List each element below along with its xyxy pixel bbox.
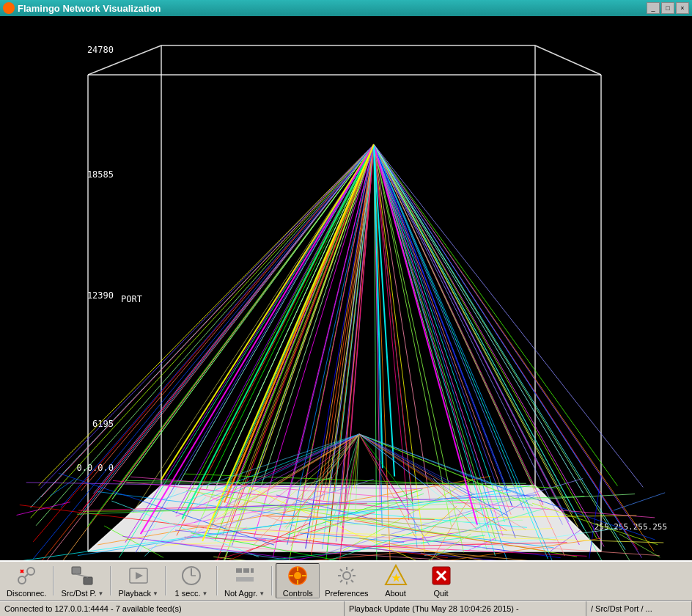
toolbar-disconnect[interactable]: Disconnec. xyxy=(3,563,50,598)
status-left: Connected to 127.0.0.1:4444 - 7 availabl… xyxy=(0,601,345,616)
svg-line-7 xyxy=(76,574,88,577)
controls-label: Controls xyxy=(283,589,313,598)
visualization-area xyxy=(0,16,692,560)
status-bar: Connected to 127.0.0.1:4444 - 7 availabl… xyxy=(0,601,692,616)
status-middle: Playback Update (Thu May 28 10:04:26 201… xyxy=(345,601,586,616)
playback-icon xyxy=(127,564,150,587)
toolbar-quit[interactable]: Quit xyxy=(419,563,463,598)
toolbar-playback[interactable]: Playback ▼ xyxy=(114,563,162,598)
toolbar-about[interactable]: ★ About xyxy=(374,563,418,598)
toolbar-preferences[interactable]: Preferences xyxy=(321,563,372,598)
svg-line-29 xyxy=(351,580,353,582)
toolbar-src-dst-port[interactable]: Src/Dst P. ▼ xyxy=(57,563,107,598)
svg-rect-5 xyxy=(72,567,81,574)
svg-rect-16 xyxy=(236,577,254,582)
svg-point-0 xyxy=(18,576,26,584)
quit-icon xyxy=(430,564,453,587)
src-dst-icon xyxy=(70,564,94,587)
svg-text:★: ★ xyxy=(391,572,400,584)
svg-line-28 xyxy=(340,569,342,571)
src-dst-label: Src/Dst P. xyxy=(61,589,96,598)
disconnect-icon xyxy=(15,564,38,587)
controls-icon xyxy=(286,564,309,587)
svg-point-23 xyxy=(343,572,350,579)
about-label: About xyxy=(385,589,406,598)
svg-rect-14 xyxy=(243,568,249,573)
svg-line-30 xyxy=(351,569,353,571)
1sec-label: 1 secc. xyxy=(175,589,201,598)
toolbar-separator-2 xyxy=(110,566,111,595)
1sec-dropdown[interactable]: ▼ xyxy=(202,590,207,597)
minimize-button[interactable]: _ xyxy=(647,2,660,14)
svg-line-2 xyxy=(25,574,28,577)
not-aggr-icon xyxy=(233,564,257,587)
svg-rect-6 xyxy=(84,577,92,584)
svg-rect-13 xyxy=(236,568,242,573)
window-title: Flamingo Network Visualization xyxy=(18,3,644,14)
svg-marker-9 xyxy=(136,572,143,579)
window-controls[interactable]: _ □ × xyxy=(647,2,689,14)
quit-label: Quit xyxy=(433,589,448,598)
not-aggr-dropdown[interactable]: ▼ xyxy=(259,590,265,597)
1sec-icon xyxy=(180,564,203,587)
svg-point-1 xyxy=(27,568,34,575)
toolbar-separator-4 xyxy=(216,566,218,595)
about-icon: ★ xyxy=(384,564,408,587)
toolbar: Disconnec. Src/Dst P. ▼ Playback ▼ xyxy=(0,560,692,601)
disconnect-label: Disconnec. xyxy=(7,589,46,598)
toolbar-not-aggr[interactable]: Not Aggr. ▼ xyxy=(221,563,268,598)
svg-line-31 xyxy=(340,580,342,582)
status-right: / Src/Dst Port / ... xyxy=(586,601,692,616)
maximize-button[interactable]: □ xyxy=(661,2,674,14)
preferences-label: Preferences xyxy=(325,589,368,598)
network-visualization-canvas[interactable] xyxy=(0,16,692,560)
toolbar-1sec[interactable]: 1 secc. ▼ xyxy=(169,563,213,598)
close-button[interactable]: × xyxy=(676,2,689,14)
toolbar-separator-5 xyxy=(271,566,273,595)
toolbar-separator-3 xyxy=(165,566,166,595)
preferences-icon xyxy=(335,564,358,587)
src-dst-dropdown[interactable]: ▼ xyxy=(98,590,104,597)
playback-dropdown[interactable]: ▼ xyxy=(152,590,158,597)
playback-label: Playback xyxy=(118,589,151,598)
app-icon xyxy=(3,2,15,14)
title-bar: Flamingo Network Visualization _ □ × xyxy=(0,0,692,16)
not-aggr-label: Not Aggr. xyxy=(224,589,257,598)
svg-point-18 xyxy=(294,572,301,579)
toolbar-controls[interactable]: Controls xyxy=(276,563,320,598)
svg-rect-15 xyxy=(251,568,254,573)
toolbar-separator-1 xyxy=(53,566,54,595)
